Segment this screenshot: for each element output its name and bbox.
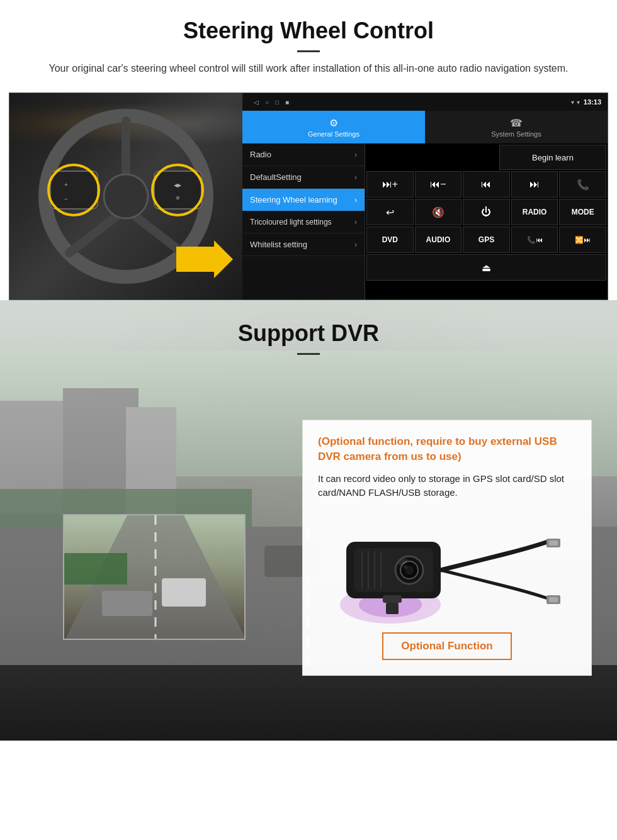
control-row-4: ⏏ <box>366 254 606 281</box>
svg-text:⊕: ⊕ <box>176 195 180 201</box>
home-nav-icon[interactable]: ○ <box>265 99 269 106</box>
steering-description: Your original car's steering wheel contr… <box>38 61 579 76</box>
btn-audio[interactable]: AUDIO <box>415 227 462 253</box>
next-icon: ⏭ <box>529 179 540 190</box>
steering-header: Steering Wheel Control Your original car… <box>0 0 617 81</box>
menu-radio-label: Radio <box>250 150 271 159</box>
default-chevron-icon: › <box>354 173 357 182</box>
menu-tricoloured[interactable]: Tricoloured light settings › <box>242 211 365 233</box>
svg-rect-29 <box>102 591 152 616</box>
menu-whitelist[interactable]: Whitelist setting › <box>242 233 365 256</box>
optional-btn-container: Optional Function <box>318 624 576 660</box>
control-row-1: ⏭+ ⏮− ⏮ ⏭ 📞 <box>366 171 606 198</box>
steering-chevron-icon: › <box>354 196 357 204</box>
btn-vol-down[interactable]: ⏮− <box>415 171 462 198</box>
tab-system-settings[interactable]: ☎ System Settings <box>425 111 608 143</box>
btn-mute[interactable]: 🔇 <box>415 199 462 225</box>
steering-wheel-image: + − ◀▶ ⊕ <box>9 93 242 300</box>
button-grid: Begin learn ⏭+ ⏮− ⏮ ⏭ 📞 ↩ 🔇 ⏻ <box>365 143 608 300</box>
menu-default-label: DefaultSetting <box>250 172 302 182</box>
power-icon: ⏻ <box>481 206 491 218</box>
svg-rect-30 <box>162 578 206 607</box>
status-time: 13:13 <box>584 98 601 106</box>
main-content: Radio › DefaultSetting › Steering Wheel … <box>242 143 608 300</box>
control-row-2: ↩ 🔇 ⏻ RADIO MODE <box>366 199 606 225</box>
steering-title: Steering Wheel Control <box>25 18 592 44</box>
dvr-card-title: (Optional function, require to buy exter… <box>318 434 576 464</box>
svg-rect-28 <box>64 553 127 585</box>
back-nav-icon[interactable]: ◁ <box>254 99 259 106</box>
menu-default-setting[interactable]: DefaultSetting › <box>242 166 365 189</box>
dvr-info-card: (Optional function, require to buy exter… <box>302 420 592 676</box>
dvr-card-body: It can record video only to storage in G… <box>318 472 576 500</box>
mute-icon: 🔇 <box>432 206 444 218</box>
whitelist-chevron-icon: › <box>354 240 357 249</box>
begin-learn-row: Begin learn <box>366 145 606 170</box>
recent-nav-icon[interactable]: □ <box>275 99 279 106</box>
btn-phone[interactable]: 📞 <box>559 171 606 198</box>
general-settings-icon: ⚙ <box>329 117 338 129</box>
btn-power[interactable]: ⏻ <box>463 199 510 225</box>
svg-rect-8 <box>154 171 201 209</box>
svg-rect-46 <box>549 540 558 546</box>
btn-radio[interactable]: RADIO <box>511 199 558 225</box>
eject-icon: ⏏ <box>482 262 491 274</box>
yellow-arrow-svg <box>176 240 233 278</box>
menu-tricoloured-label: Tricoloured light settings <box>250 218 332 227</box>
dvr-thumb-svg <box>64 515 246 640</box>
android-ui: ◁ ○ □ ■ ▾ ▾ 13:13 ⚙ General Settings <box>242 93 608 300</box>
btn-phone-prev[interactable]: 📞⏮ <box>511 227 558 253</box>
spacer <box>366 145 499 170</box>
dvr-header: Support DVR <box>0 300 617 360</box>
dvr-divider <box>297 353 320 355</box>
ui-screenshot: + − ◀▶ ⊕ ◁ <box>9 92 608 300</box>
dvr-section: Support DVR (Optional func <box>0 300 617 741</box>
tab-bar: ⚙ General Settings ☎ System Settings <box>242 111 608 143</box>
system-settings-icon: ☎ <box>510 117 523 129</box>
optional-function-button[interactable]: Optional Function <box>382 632 511 660</box>
shuffle-next-icon: 🔀⏭ <box>575 236 591 244</box>
begin-learn-button[interactable]: Begin learn <box>499 145 606 170</box>
dvr-thumbnail <box>63 514 246 640</box>
dvr-dashboard <box>0 665 617 741</box>
tab-general-label: General Settings <box>308 130 359 138</box>
vol-down-icon: ⏮− <box>430 179 446 190</box>
title-divider <box>297 50 320 52</box>
dvr-device-area <box>318 510 576 624</box>
svg-marker-13 <box>176 240 233 278</box>
wifi-icon: ▾ <box>577 99 580 106</box>
svg-point-42 <box>404 565 407 569</box>
steering-section: Steering Wheel Control Your original car… <box>0 0 617 300</box>
btn-hangup[interactable]: ↩ <box>366 199 414 225</box>
btn-vol-up[interactable]: ⏭+ <box>366 171 414 198</box>
menu-radio[interactable]: Radio › <box>242 143 365 166</box>
menu-panel: Radio › DefaultSetting › Steering Wheel … <box>242 143 365 300</box>
vol-up-icon: ⏭+ <box>382 179 398 190</box>
btn-shuffle-next[interactable]: 🔀⏭ <box>559 227 606 253</box>
screen-icon[interactable]: ■ <box>285 99 289 106</box>
menu-whitelist-label: Whitelist setting <box>250 240 307 249</box>
svg-rect-5 <box>50 171 98 209</box>
btn-next[interactable]: ⏭ <box>511 171 558 198</box>
svg-point-4 <box>104 174 148 218</box>
menu-steering-wheel[interactable]: Steering Wheel learning › <box>242 189 365 211</box>
signal-icons: ▾ ▾ <box>571 99 580 106</box>
svg-rect-44 <box>386 603 399 614</box>
tricoloured-chevron-icon: › <box>354 218 357 227</box>
radio-chevron-icon: › <box>354 150 357 159</box>
phone-prev-icon: 📞⏮ <box>527 236 543 244</box>
hangup-icon: ↩ <box>386 206 394 218</box>
nav-icons: ◁ ○ □ ■ <box>249 99 567 106</box>
btn-gps[interactable]: GPS <box>463 227 510 253</box>
btn-mode[interactable]: MODE <box>559 199 606 225</box>
svg-rect-48 <box>549 597 558 602</box>
menu-steering-label: Steering Wheel learning <box>250 195 337 204</box>
btn-eject[interactable]: ⏏ <box>366 254 606 281</box>
btn-prev[interactable]: ⏮ <box>463 171 510 198</box>
steering-wheel-visual: + − ◀▶ ⊕ <box>38 108 214 284</box>
btn-dvd[interactable]: DVD <box>366 227 414 253</box>
tab-general-settings[interactable]: ⚙ General Settings <box>242 111 425 143</box>
dvr-device-svg <box>327 510 567 624</box>
signal-icon: ▾ <box>571 99 574 106</box>
svg-text:◀▶: ◀▶ <box>174 182 182 188</box>
